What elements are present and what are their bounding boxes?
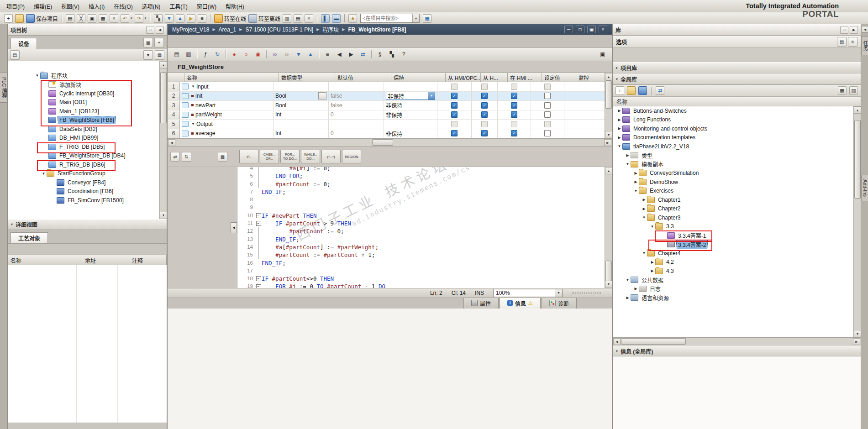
library-tree-item-demoshow[interactable]: ▶DemoShow: [613, 178, 853, 187]
library-tree-item-buttons-and-switches[interactable]: ▶Buttons-and-Switches: [613, 106, 853, 115]
update-calls-icon[interactable]: ↻: [212, 50, 223, 59]
interface-column-从-hmi-opc..[interactable]: 从 HMI/OPC..: [446, 73, 481, 82]
default-value-cell[interactable]: false: [329, 92, 384, 101]
interface-row-newpart[interactable]: 3newPartBoolfalse非保持✓✓✓: [168, 101, 605, 110]
set-breakpoint-icon[interactable]: ●: [229, 50, 240, 59]
library-tree-item-语言和资源[interactable]: ▶语言和资源: [613, 293, 853, 303]
writable-from-hmi-checkbox[interactable]: [481, 84, 488, 90]
filter-icon[interactable]: ▦: [837, 86, 847, 95]
code-line-8[interactable]: 8: [237, 196, 605, 204]
global-library-section[interactable]: ▾ 全局库: [613, 73, 861, 85]
navigate-back-icon[interactable]: ◀: [334, 50, 345, 59]
project-tree-item-main-1-ob123[interactable]: Main_1 [OB123]: [8, 107, 159, 116]
go-offline-icon[interactable]: 转至离线: [248, 14, 281, 23]
snippet-case...[interactable]: CASE...OF...: [260, 150, 279, 163]
project-tree-item-startfunctiongroup[interactable]: ▼StartFunctionGroup: [8, 169, 159, 178]
retain-dropdown-icon[interactable]: ▼: [428, 92, 435, 99]
scroll-down-icon[interactable]: ▼: [160, 212, 167, 219]
interface-row-partweight[interactable]: 4partWeightInt0非保持✓✓✓: [168, 110, 605, 120]
setpoint-checkbox[interactable]: [544, 93, 551, 99]
dropdown-caret-icon[interactable]: ▾: [145, 16, 147, 20]
setpoint-checkbox[interactable]: [544, 102, 551, 109]
go-online-icon[interactable]: 转至在线: [214, 14, 247, 23]
scroll-left-icon[interactable]: ◀: [168, 139, 175, 146]
expander-icon[interactable]: ▼: [625, 278, 631, 282]
interface-column-从-h...[interactable]: 从 H...: [481, 73, 508, 82]
snippet-...[interactable]: (*...*): [321, 150, 341, 163]
name-cell[interactable]: ▼Output: [180, 120, 274, 129]
menu-item-选项-n[interactable]: 选项(N): [137, 0, 165, 12]
save-project-icon[interactable]: 保存项目: [26, 14, 58, 23]
scrollbar-thumb[interactable]: [605, 261, 612, 283]
expander-icon[interactable]: ▶: [625, 153, 631, 157]
writable-from-hmi-checkbox[interactable]: ✓: [481, 130, 488, 136]
expand-interface-icon[interactable]: ⇄: [170, 152, 180, 162]
project-tree-item-datasets-db2[interactable]: DataSets [DB2]: [8, 125, 159, 134]
code-line-9[interactable]: 9: [237, 204, 605, 211]
code-line-18[interactable]: 18−IF #partCount<>0 THEN: [237, 275, 605, 283]
expander-icon[interactable]: ▼: [633, 189, 639, 193]
interface-column-名称[interactable]: 名称: [184, 73, 279, 82]
split-editor-horizontal-icon[interactable]: ▬: [331, 14, 341, 23]
scrollbar-thumb[interactable]: [854, 120, 861, 199]
delete-icon[interactable]: ×: [109, 14, 119, 23]
close-window-icon[interactable]: ×: [599, 26, 607, 33]
sort-icon[interactable]: ▼: [143, 50, 153, 60]
cross-references-icon[interactable]: ▤: [293, 14, 303, 23]
chevron-right-icon[interactable]: ▸: [616, 66, 618, 70]
plc-programming-strip-tab[interactable]: PLC 编程: [0, 73, 7, 103]
accessible-from-hmi-checkbox[interactable]: [451, 121, 458, 127]
code-line-14[interactable]: 14 #a[#partCount] := #partWeight;: [237, 243, 605, 251]
new-project-icon[interactable]: +: [4, 14, 13, 23]
tab-devices[interactable]: 设备: [11, 38, 37, 49]
code-line-10[interactable]: 10−IF #newPart THEN: [237, 212, 605, 220]
strip-tab-add-ins[interactable]: Add-Ins: [861, 175, 868, 201]
code-line-7[interactable]: 7END_IF;: [237, 188, 605, 196]
visible-in-hmi-checkbox[interactable]: ✓: [511, 93, 517, 99]
details-column-名称[interactable]: 名称: [8, 255, 82, 265]
scroll-up-icon[interactable]: ▲: [605, 167, 612, 174]
update-master-copies-icon[interactable]: ⇄: [655, 86, 665, 95]
library-tree-item-chapter2[interactable]: ▶Chapter2: [613, 204, 853, 214]
upload-from-device-icon[interactable]: ▲: [175, 14, 185, 23]
expander-icon[interactable]: ▶: [616, 136, 622, 140]
scrollbar-thumb[interactable]: [372, 139, 393, 146]
append-row-icon[interactable]: ▥: [183, 50, 194, 59]
default-value-cell[interactable]: [329, 120, 384, 129]
code-scrollbar[interactable]: ▲ ▼: [605, 167, 612, 288]
scroll-up-icon[interactable]: ▲: [160, 61, 167, 68]
collapse-pane-icon[interactable]: ◀: [231, 222, 237, 233]
inspector-tab-诊断[interactable]: 诊断: [542, 298, 577, 309]
retain-cell[interactable]: [384, 120, 437, 129]
library-info-section[interactable]: ▾ 信息 (全局库): [613, 345, 861, 356]
setpoint-checkbox[interactable]: [544, 111, 551, 118]
project-tree-item-添加新块[interactable]: 添加新块: [8, 80, 159, 89]
menu-item-编辑-e[interactable]: 编辑(E): [29, 0, 57, 12]
help-icon[interactable]: ?: [398, 50, 409, 59]
expander-icon[interactable]: ▶: [649, 269, 655, 273]
code-line-19[interactable]: 19− FOR #i := 0 TO #partCount - 1 DO: [237, 283, 605, 288]
create-global-library-icon[interactable]: +: [615, 86, 625, 95]
zoom-select[interactable]: 100% ▼: [493, 289, 563, 297]
library-tree-item-3.3.4答案-1[interactable]: 3.3.4答案-1: [613, 231, 853, 240]
library-tree-item-chapter4[interactable]: ▼Chapter4: [613, 249, 853, 258]
code-area[interactable]: 4 #a[#i] := 0;5 END_FOR;6 #partCount := …: [237, 167, 605, 288]
name-cell[interactable]: partWeight: [180, 110, 274, 120]
accessible-from-hmi-checkbox[interactable]: ✓: [451, 93, 458, 99]
float-panel-icon[interactable]: □: [146, 26, 154, 34]
expander-icon[interactable]: ▶: [633, 287, 639, 291]
library-settings-icon[interactable]: ≡: [848, 37, 857, 47]
details-column-注释[interactable]: 注释: [129, 255, 167, 265]
open-device-view-icon[interactable]: ▦: [143, 38, 153, 47]
default-value-cell[interactable]: false: [329, 101, 384, 110]
details-view-header[interactable]: ▾ 详细视图: [8, 219, 167, 230]
expander-icon[interactable]: ▶: [616, 126, 622, 131]
detail-view-icon[interactable]: ▥: [849, 86, 858, 95]
code-line-4[interactable]: 4 #a[#i] := 0;: [237, 167, 605, 172]
expander-icon[interactable]: ▶: [616, 118, 622, 122]
code-line-17[interactable]: 17: [237, 267, 605, 275]
insert-region-icon[interactable]: §: [374, 50, 385, 59]
library-tree-item-公共数据[interactable]: ▼公共数据: [613, 276, 853, 285]
download-to-device-icon[interactable]: ▼: [164, 14, 174, 23]
project-tree-item-conveyor-fb4[interactable]: Conveyor [FB4]: [8, 178, 159, 187]
